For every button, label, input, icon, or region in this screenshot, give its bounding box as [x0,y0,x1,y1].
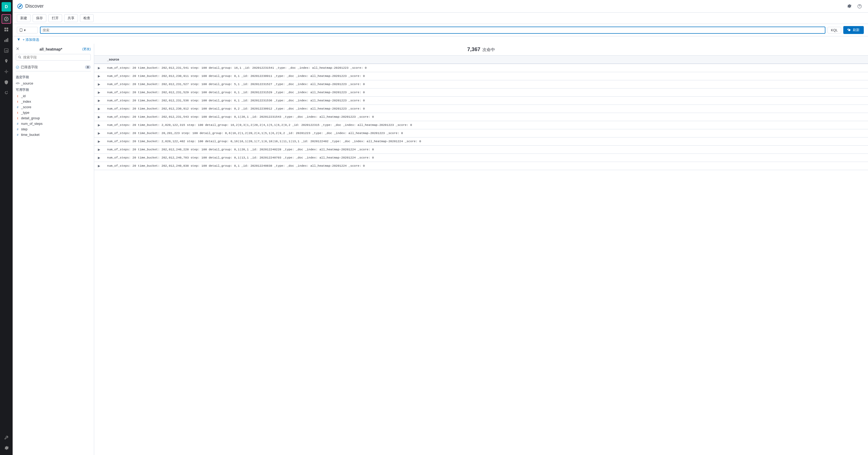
field-item-time_bucket[interactable]: # time_bucket [16,132,91,138]
index-selector-arrow: ▾ [24,28,26,32]
table-row: ▶ num_of_steps: 20 time_bucket: 202,012,… [94,64,868,72]
doc-row-content: num_of_steps: 20 time_bucket: 20,201,223… [107,131,865,135]
field-item-detail_group[interactable]: t detail_group [16,115,91,121]
help-icon [857,4,862,9]
svg-rect-2 [7,28,8,29]
table-row: ▶ num_of_steps: 20 time_bucket: 202,012,… [94,146,868,154]
bar-chart-icon [4,38,9,42]
field-item-_id[interactable]: t _id [16,93,91,99]
field-search-input[interactable] [23,55,88,59]
nav-item-security[interactable] [2,78,11,87]
table-row: ▶ num_of_steps: 20 time_bucket: 20,201,2… [94,129,868,138]
field-name-text: num_of_steps [21,122,42,125]
nav-item-dev-tools[interactable] [2,434,11,444]
doc-row-content: num_of_steps: 20 time_bucket: 202,012,23… [107,82,865,86]
expand-row-button[interactable]: ▶ [97,131,101,136]
svg-point-12 [19,56,21,58]
nav-item-discover[interactable] [2,14,11,24]
field-item-source[interactable]: </> _source [16,81,91,86]
svg-rect-4 [7,30,8,31]
search-input[interactable] [42,28,823,32]
wrench-icon [4,435,9,440]
expand-row-button[interactable]: ▶ [97,147,101,152]
nav-item-settings[interactable] [2,445,11,454]
expand-row-button[interactable]: ▶ [97,155,101,160]
field-name-source: _source [21,81,33,85]
add-filter-button[interactable]: + 添加筛选 [23,37,39,42]
table-row: ▶ num_of_steps: 20 time_bucket: 202,012,… [94,80,868,88]
nav-item-dashboard[interactable] [2,25,11,34]
nav-item-maps[interactable] [2,56,11,66]
share-button[interactable]: 共享 [64,14,78,22]
filter-fields-icon [16,65,19,69]
field-item-_index[interactable]: t _index [16,99,91,104]
field-name-text: step [21,127,28,131]
field-type-icon: # [16,133,20,136]
settings-icon [847,4,851,9]
index-selector[interactable]: ▾ [17,27,38,33]
field-item-num_of_steps[interactable]: # num_of_steps [16,121,91,126]
top-header: Discover [12,0,868,12]
expand-row-button[interactable]: ▶ [97,65,101,70]
expand-row-button[interactable]: ▶ [97,115,101,119]
search-field-icon [18,56,22,59]
field-type-icon: t [16,111,20,114]
discover-header-icon [17,3,23,9]
field-type-icon: t [16,94,20,98]
nav-item-ml[interactable] [2,67,11,76]
field-type-icon: # [16,128,20,131]
field-type-icon: # [16,106,20,109]
change-index-link[interactable]: (更改) [82,47,91,51]
expand-row-button[interactable]: ▶ [97,74,101,79]
new-button[interactable]: 新建 [17,14,31,22]
svg-point-9 [5,71,7,72]
field-name-text: _score [21,105,31,109]
refresh-nav-icon [4,90,9,95]
expand-row-button[interactable]: ▶ [97,98,101,103]
app-logo[interactable]: D [2,2,11,11]
field-name-text: detail_group [21,116,40,120]
nav-item-refresh[interactable] [2,88,11,97]
table-row: ▶ num_of_steps: 20 time_bucket: 2,020,12… [94,138,868,146]
save-button[interactable]: 保存 [33,14,46,22]
inspect-button[interactable]: 检查 [80,14,94,22]
field-item-_score[interactable]: # _score [16,104,91,110]
help-icon-btn[interactable] [856,2,864,10]
nav-item-visualize[interactable] [2,35,11,45]
main-content: Discover 新建 保存 打开 共享 [12,0,868,455]
field-name-text: time_bucket [21,133,39,137]
filter-icon[interactable] [17,38,21,42]
canvas-icon [4,48,9,53]
expand-row-button[interactable]: ▶ [97,164,101,168]
open-button[interactable]: 打开 [49,14,62,22]
results-area: 7,367 次命中 _source [94,44,868,455]
doc-row-content: num_of_steps: 20 time_bucket: 202,012,23… [107,115,865,119]
expand-row-button[interactable]: ▶ [97,123,101,127]
available-fields-list: t _id t _index # _score t _type t detail… [16,93,91,138]
table-area[interactable]: _source ▶ num_of_steps: 20 time_bucket: … [94,56,868,455]
expand-row-button[interactable]: ▶ [97,106,101,111]
doc-row-content: num_of_steps: 20 time_bucket: 202,012,24… [107,164,865,168]
search-bar-row: ▾ KQL 刷新 [12,24,868,36]
expand-row-button[interactable]: ▶ [97,139,101,144]
search-input-wrap[interactable] [40,27,826,34]
expand-row-button[interactable]: ▶ [97,90,101,95]
kql-button[interactable]: KQL [828,27,841,33]
svg-rect-7 [7,38,8,42]
refresh-button[interactable]: 刷新 [843,26,864,34]
doc-icon [19,28,23,32]
table-row: ▶ num_of_steps: 20 time_bucket: 202,012,… [94,72,868,80]
field-item-_type[interactable]: t _type [16,110,91,115]
filter-row: + 添加筛选 [12,36,868,44]
settings-icon-btn[interactable] [845,2,853,10]
table-row: ▶ num_of_steps: 20 time_bucket: 202,012,… [94,162,868,170]
field-item-step[interactable]: # step [16,126,91,132]
expand-row-button[interactable]: ▶ [97,82,101,87]
sidebar-search[interactable] [16,54,91,61]
nav-item-canvas[interactable] [2,46,11,55]
shield-icon [4,80,9,85]
close-sidebar-btn[interactable] [16,47,20,51]
filtered-fields-section: 已筛选字段 0 [16,63,91,72]
svg-rect-5 [4,40,5,42]
content-area: all_heatmap* (更改) [12,44,868,455]
